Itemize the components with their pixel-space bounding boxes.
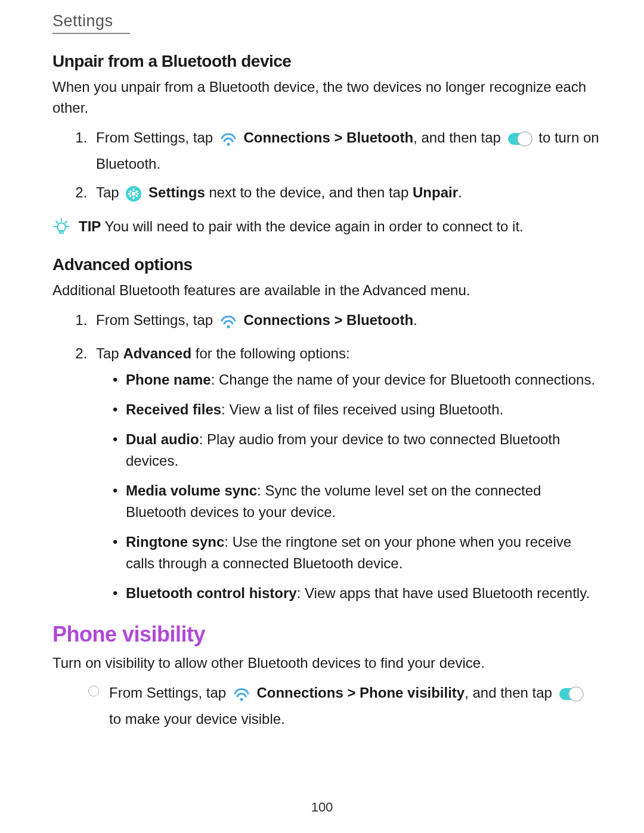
para-visibility-intro: Turn on visibility to allow other Blueto… xyxy=(52,653,599,674)
opt-title: Bluetooth control history xyxy=(126,585,297,601)
text: From Settings, tap xyxy=(96,129,217,145)
open-circle-icon xyxy=(88,686,99,696)
para-advanced-intro: Additional Bluetooth features are availa… xyxy=(52,280,599,301)
running-header: Settings xyxy=(52,12,599,30)
opt-title: Media volume sync xyxy=(126,482,257,498)
list-item: Dual audio: Play audio from your device … xyxy=(113,429,599,472)
toggle-icon xyxy=(507,131,532,153)
step-item: From Settings, tap Connections > Phone v… xyxy=(91,682,599,730)
list-item: Received files: View a list of files rec… xyxy=(113,399,599,420)
gear-icon xyxy=(125,185,142,208)
text: , and then tap xyxy=(413,129,504,145)
step-item: Tap Settings next to the device, and the… xyxy=(91,182,599,208)
para-unpair-intro: When you unpair from a Bluetooth device,… xyxy=(52,77,599,119)
text: . xyxy=(413,312,417,328)
opt-desc: : View apps that have used Bluetooth rec… xyxy=(297,585,590,601)
advanced-option-list: Phone name: Change the name of your devi… xyxy=(96,369,599,604)
opt-title: Dual audio xyxy=(126,431,199,447)
opt-title: Ringtone sync xyxy=(126,534,224,550)
list-item: Phone name: Change the name of your devi… xyxy=(113,369,599,391)
text-bold: Connections > Bluetooth xyxy=(243,312,413,328)
text: From Settings, tap xyxy=(109,685,230,701)
toggle-icon xyxy=(559,686,584,708)
tip-block: TIP You will need to pair with the devic… xyxy=(52,216,599,241)
text-bold: Connections > Phone visibility xyxy=(256,685,465,701)
wifi-icon xyxy=(233,686,250,708)
list-item: Ringtone sync: Use the ringtone set on y… xyxy=(113,531,599,574)
text: Tap xyxy=(96,184,123,200)
step-item: From Settings, tap Connections > Bluetoo… xyxy=(91,309,599,336)
text-bold: Connections > Bluetooth xyxy=(243,129,413,145)
tip-label: TIP xyxy=(79,218,101,234)
text: From Settings, tap xyxy=(96,312,217,328)
text: , and then tap xyxy=(465,685,556,701)
text: for the following options: xyxy=(191,345,350,361)
text-bold: Unpair xyxy=(413,184,458,200)
text: Tap xyxy=(96,345,123,361)
step-item: Tap Advanced for the following options: … xyxy=(91,343,599,604)
step-item: From Settings, tap Connections > Bluetoo… xyxy=(91,127,599,175)
text: next to the device, and then tap xyxy=(205,184,413,200)
tip-text: TIP You will need to pair with the devic… xyxy=(79,216,524,237)
steps-unpair: From Settings, tap Connections > Bluetoo… xyxy=(52,127,599,208)
wifi-icon xyxy=(219,313,237,336)
heading-phone-visibility: Phone visibility xyxy=(52,622,599,647)
opt-title: Received files xyxy=(126,401,221,417)
opt-title: Phone name xyxy=(126,371,211,388)
page-content: Settings Unpair from a Bluetooth device … xyxy=(0,0,644,730)
page-number: 100 xyxy=(0,800,644,815)
lightbulb-icon xyxy=(52,218,70,241)
text-bold: Advanced xyxy=(123,345,191,361)
text-bold: Settings xyxy=(148,184,205,200)
heading-advanced: Advanced options xyxy=(52,255,599,274)
opt-desc: : Change the name of your device for Blu… xyxy=(211,371,595,388)
opt-desc: : View a list of files received using Bl… xyxy=(221,401,503,417)
wifi-icon xyxy=(219,131,237,153)
header-rule xyxy=(52,33,130,34)
text: to make your device visible. xyxy=(109,711,285,727)
text: You will need to pair with the device ag… xyxy=(101,218,523,234)
text: . xyxy=(458,184,462,200)
steps-visibility: From Settings, tap Connections > Phone v… xyxy=(52,682,599,730)
list-item: Bluetooth control history: View apps tha… xyxy=(113,583,599,604)
steps-advanced: From Settings, tap Connections > Bluetoo… xyxy=(52,309,599,604)
list-item: Media volume sync: Sync the volume level… xyxy=(113,480,599,523)
heading-unpair: Unpair from a Bluetooth device xyxy=(52,52,599,71)
